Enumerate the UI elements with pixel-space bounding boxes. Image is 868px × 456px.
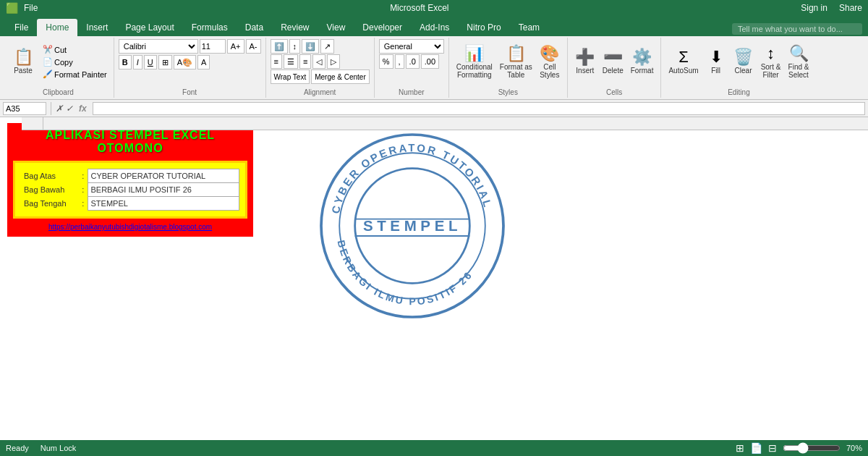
align-right-button[interactable]: ≡ [299,54,311,69]
title-bar-tab-file[interactable]: File [24,3,38,13]
fill-button[interactable]: ⬇ Fill [703,48,729,76]
format-table-icon: 📋 [506,46,526,62]
decimal-decrease-button[interactable]: .00 [421,54,439,69]
decimal-increase-button[interactable]: .0 [406,54,420,69]
formula-bar: ✗ ✓ fx [0,100,868,117]
status-right: ⊞ 📄 ⊟ 70% [736,442,862,454]
value-bag-atas[interactable]: CYBER OPERATOR TUTORIAL [88,169,239,183]
tab-data[interactable]: Data [237,19,272,36]
name-box[interactable] [3,102,46,115]
font-row-2: B I U ⊞ A🎨 A [119,55,261,69]
title-bar-right: Sign in Share [801,3,862,13]
group-clipboard: 📋 Paste ✂️ Cut 📄 Copy 🖌️ Format Painter … [3,38,114,98]
number-format-select[interactable]: General [379,39,444,54]
checkmark-label: ✓ [66,104,73,114]
label-bag-tengah: Bag Tengah [21,197,79,211]
cell-styles-button[interactable]: 🎨 CellStyles [537,44,563,80]
clipboard-small-btns: ✂️ Cut 📄 Copy 🖌️ Format Painter [41,44,109,80]
fill-icon: ⬇ [710,49,723,65]
search-box[interactable] [732,23,862,35]
tab-review[interactable]: Review [272,19,318,36]
table-row: Bag Tengah : STEMPEL [21,197,239,211]
align-bottom-button[interactable]: ⬇️ [302,39,319,54]
tab-page-layout[interactable]: Page Layout [116,19,182,36]
group-font: Calibri A+ A- B I U ⊞ A🎨 A Font [114,38,266,98]
tab-file[interactable]: File [6,19,37,36]
align-left-button[interactable]: ≡ [271,54,282,69]
comma-style-button[interactable]: , [395,54,404,69]
svg-text:CYBER OPERATOR TUTORIAL: CYBER OPERATOR TUTORIAL [329,141,495,214]
tab-team[interactable]: Team [510,19,548,36]
font-color-button[interactable]: A [197,55,210,69]
format-table-button[interactable]: 📋 Format asTable [497,44,535,80]
app-title: Microsoft Excel [390,3,448,13]
align-row-1: ⬆️ ↕️ ⬇️ ↗ [271,39,370,54]
underline-button[interactable]: U [144,55,157,69]
font-label: Font [182,88,197,96]
find-select-button[interactable]: 🔍 Find &Select [786,44,812,80]
align-top-button[interactable]: ⬆️ [271,39,288,54]
tab-add-ins[interactable]: Add-Ins [411,19,458,36]
copy-button[interactable]: 📄 Copy [41,56,109,67]
cut-icon: ✂️ [43,45,53,54]
value-bag-bawah[interactable]: BERBAGI ILMU POSITIF 26 [88,183,239,197]
font-name-select[interactable]: Calibri [119,39,198,54]
wrap-text-button[interactable]: Wrap Text [271,69,310,84]
cell-area: APLIKASI STEMPEL EXCEL OTOMONO Bag Atas … [0,117,868,447]
font-size-input[interactable] [200,39,226,54]
percent-style-button[interactable]: % [379,54,393,69]
paste-icon: 📋 [14,49,33,65]
tab-developer[interactable]: Developer [354,19,411,36]
format-painter-button[interactable]: 🖌️ Format Painter [41,69,109,80]
align-row-2: ≡ ☰ ≡ ◁ ▷ [271,54,370,69]
indent-increase-button[interactable]: ▷ [327,54,340,69]
merge-center-button[interactable]: Merge & Center [311,69,370,84]
bold-button[interactable]: B [119,55,132,69]
font-size-increase-button[interactable]: A+ [227,39,244,54]
tab-view[interactable]: View [318,19,354,36]
delete-button[interactable]: ➖ Delete [600,48,626,76]
share-link[interactable]: Share [839,3,862,13]
insert-button[interactable]: ➕ Insert [572,48,598,76]
italic-button[interactable]: I [133,55,142,69]
group-alignment: ⬆️ ↕️ ⬇️ ↗ ≡ ☰ ≡ ◁ ▷ Wrap Text Merge & C… [266,38,375,98]
value-bag-tengah[interactable]: STEMPEL [88,197,239,211]
page-layout-view-button[interactable]: 📄 [750,442,762,454]
tab-home[interactable]: Home [37,19,77,36]
tab-nitro-pro[interactable]: Nitro Pro [458,19,509,36]
spreadsheet-content[interactable]: APLIKASI STEMPEL EXCEL OTOMONO Bag Atas … [0,117,868,447]
font-row-1: Calibri A+ A- [119,39,261,54]
border-button[interactable]: ⊞ [158,55,172,69]
stamp-center-text: STEMPEL [363,217,461,234]
tab-insert[interactable]: Insert [77,19,116,36]
title-bar-left: 🟩 File [6,2,38,14]
insert-icon: ➕ [575,49,595,65]
clipboard-label: Clipboard [43,88,74,96]
indent-decrease-button[interactable]: ◁ [312,54,326,69]
fill-color-button[interactable]: A🎨 [174,55,196,69]
fx-symbol: fx [79,104,87,114]
sep-3: : [79,197,88,211]
paste-button[interactable]: 📋 Paste [7,48,39,76]
number-row-1: General [379,39,444,54]
align-center-button[interactable]: ☰ [284,54,298,69]
formula-input[interactable] [93,102,865,115]
sort-filter-button[interactable]: ↕️ Sort &Filter [758,44,784,80]
normal-view-button[interactable]: ⊞ [736,442,744,454]
page-break-view-button[interactable]: ⊟ [768,442,777,454]
title-bar: 🟩 File Microsoft Excel Sign in Share [0,0,868,16]
clear-button[interactable]: 🗑️ Clear [731,48,757,76]
tab-formulas[interactable]: Formulas [183,19,237,36]
font-size-decrease-button[interactable]: A- [246,39,261,54]
delete-icon: ➖ [603,49,623,65]
align-middle-button[interactable]: ↕️ [289,39,301,54]
cut-button[interactable]: ✂️ Cut [41,44,109,55]
zoom-slider[interactable] [783,442,841,454]
text-angle-button[interactable]: ↗ [320,39,334,54]
conditional-formatting-button[interactable]: 📊 ConditionalFormatting [454,44,495,80]
autosum-button[interactable]: Σ AutoSum [665,48,701,76]
format-button[interactable]: ⚙️ Format [628,48,657,76]
sep-2: : [79,183,88,197]
form-link[interactable]: https://perbaikanyutubishdigiotalisme.bl… [13,223,247,231]
sign-in-link[interactable]: Sign in [801,3,827,13]
